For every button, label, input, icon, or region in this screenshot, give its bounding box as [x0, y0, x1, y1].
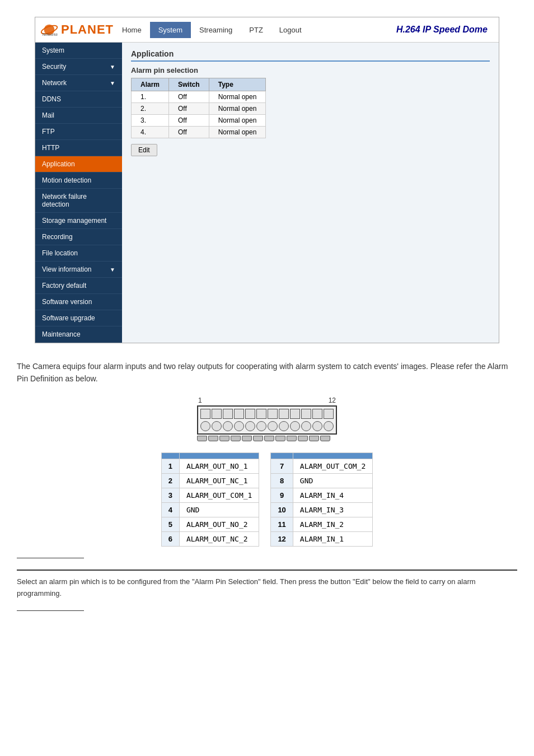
section-title: Alarm pin selection: [131, 66, 490, 74]
pin-c-5: [245, 421, 255, 431]
sidebar-label-maintenance: Maintenance: [42, 330, 81, 338]
pin-c-6: [256, 421, 266, 431]
list-item: 2 ALARM_OUT_NC_1: [161, 473, 259, 488]
panel-body: System Security ▼ Network ▼ DDNS Mail FT…: [35, 43, 499, 343]
sidebar-label-recording: Recording: [42, 233, 73, 241]
pin-numbers: 1 12: [197, 396, 337, 404]
nav-system[interactable]: System: [150, 22, 191, 38]
pin-label-alarm-in-1: ALARM_IN_1: [293, 531, 372, 546]
sidebar-item-factory-default[interactable]: Factory default: [35, 278, 122, 294]
nav-ptz[interactable]: PTZ: [241, 22, 271, 38]
sidebar-item-ftp[interactable]: FTP: [35, 124, 122, 140]
content-area: Application Alarm pin selection Alarm Sw…: [122, 43, 499, 343]
sidebar-label-mail: Mail: [42, 111, 54, 119]
logo-area: Networking & Comm PLANET: [41, 21, 114, 39]
pin-right-header-label: [293, 452, 372, 459]
pin-num-9: 9: [271, 488, 293, 502]
type-4: Normal open: [209, 127, 266, 138]
pin-label-alarm-out-com-1: ALARM_OUT_COM_1: [179, 488, 259, 502]
pin-c-8: [279, 421, 289, 431]
sidebar-item-network[interactable]: Network ▼: [35, 75, 122, 91]
sidebar-item-software-version[interactable]: Software version: [35, 294, 122, 310]
sidebar-label-ddns: DDNS: [42, 95, 61, 103]
pin-num-3: 3: [161, 488, 179, 502]
pin-tabs: [197, 436, 337, 441]
pin-num-2: 2: [161, 473, 179, 488]
sidebar-item-mail[interactable]: Mail: [35, 108, 122, 124]
pin-sq-3: [223, 409, 233, 419]
pin-c-4: [234, 421, 244, 431]
sidebar-item-recording[interactable]: Recording: [35, 229, 122, 245]
pin-row-bottom: [200, 421, 334, 431]
header: Networking & Comm PLANET Home System Str…: [35, 17, 499, 43]
sidebar-item-network-failure[interactable]: Network failure detection: [35, 189, 122, 213]
pin-tab-4: [231, 436, 241, 441]
pin-label-alarm-in-4: ALARM_IN_4: [293, 488, 372, 502]
pin-label-alarm-in-2: ALARM_IN_2: [293, 517, 372, 531]
alarm-3: 3.: [132, 115, 169, 127]
pin-label-alarm-out-no-1: ALARM_OUT_NO_1: [179, 459, 259, 473]
sidebar-item-software-upgrade[interactable]: Software upgrade: [35, 310, 122, 326]
pin-diagram: 1 12: [0, 396, 534, 441]
alarm-4: 4.: [132, 127, 169, 138]
pin-c-9: [290, 421, 300, 431]
sidebar-item-storage[interactable]: Storage management: [35, 213, 122, 229]
pin-c-11: [312, 421, 322, 431]
edit-button[interactable]: Edit: [131, 144, 157, 156]
logo-text: PLANET: [61, 22, 114, 36]
nav-home[interactable]: Home: [114, 22, 150, 38]
sidebar-label-storage: Storage management: [42, 217, 106, 225]
planet-logo-icon: Networking & Comm: [41, 21, 58, 39]
description-text: The Camera equips four alarm inputs and …: [17, 360, 517, 385]
list-item: 1 ALARM_OUT_NO_1: [161, 459, 259, 473]
pin-sq-5: [245, 409, 255, 419]
footer-divider: [17, 558, 84, 558]
table-row: 3. Off Normal open: [132, 115, 266, 127]
sidebar-item-motion[interactable]: Motion detection: [35, 172, 122, 189]
sidebar-label-factory-default: Factory default: [42, 282, 86, 290]
table-row: 2. Off Normal open: [132, 103, 266, 115]
sidebar-item-file-location[interactable]: File location: [35, 245, 122, 262]
pin-connector: [197, 405, 337, 435]
sidebar-label-http: HTTP: [42, 144, 59, 152]
pin-sq-2: [212, 409, 222, 419]
pin-c-12: [324, 421, 334, 431]
pin-tab-2: [208, 436, 218, 441]
type-1: Normal open: [209, 91, 266, 103]
svg-text:Networking & Comm: Networking & Comm: [43, 32, 58, 37]
pin-sq-4: [234, 409, 244, 419]
pin-num-1: 1: [161, 459, 179, 473]
pin-c-2: [212, 421, 222, 431]
sidebar-item-http[interactable]: HTTP: [35, 140, 122, 156]
nav-logout[interactable]: Logout: [271, 22, 310, 38]
list-item: 6 ALARM_OUT_NC_2: [161, 531, 259, 546]
pin-c-1: [200, 421, 210, 431]
sidebar-item-system[interactable]: System: [35, 43, 122, 59]
sidebar-item-application[interactable]: Application: [35, 156, 122, 172]
sidebar-item-view-info[interactable]: View information ▼: [35, 262, 122, 278]
alarm-col-header: Alarm: [132, 78, 169, 91]
pin-label-12: 12: [329, 396, 336, 404]
sidebar-item-security[interactable]: Security ▼: [35, 59, 122, 75]
sidebar-item-ddns[interactable]: DDNS: [35, 91, 122, 108]
sidebar-item-maintenance[interactable]: Maintenance: [35, 326, 122, 343]
footer-text: Select an alarm pin which is to be confi…: [17, 570, 517, 600]
pin-label-alarm-out-nc-2: ALARM_OUT_NC_2: [179, 531, 259, 546]
pin-label-1: 1: [198, 396, 202, 404]
pin-num-6: 6: [161, 531, 179, 546]
type-3: Normal open: [209, 115, 266, 127]
pin-num-11: 11: [271, 517, 293, 531]
switch-1: Off: [169, 91, 209, 103]
pin-table-right: 7 ALARM_OUT_COM_2 8 GND 9 ALARM_IN_4 10 …: [270, 452, 373, 547]
pin-tab-9: [287, 436, 297, 441]
switch-col-header: Switch: [169, 78, 209, 91]
description-paragraph: The Camera equips four alarm inputs and …: [17, 360, 517, 385]
list-item: 10 ALARM_IN_3: [271, 502, 373, 517]
pin-sq-9: [290, 409, 300, 419]
pin-table-left: 1 ALARM_OUT_NO_1 2 ALARM_OUT_NC_1 3 ALAR…: [161, 452, 260, 547]
list-item: 5 ALARM_OUT_NO_2: [161, 517, 259, 531]
table-row: 1. Off Normal open: [132, 91, 266, 103]
nav-streaming[interactable]: Streaming: [191, 22, 241, 38]
pin-sq-10: [301, 409, 311, 419]
footer-divider-2: [17, 610, 84, 611]
